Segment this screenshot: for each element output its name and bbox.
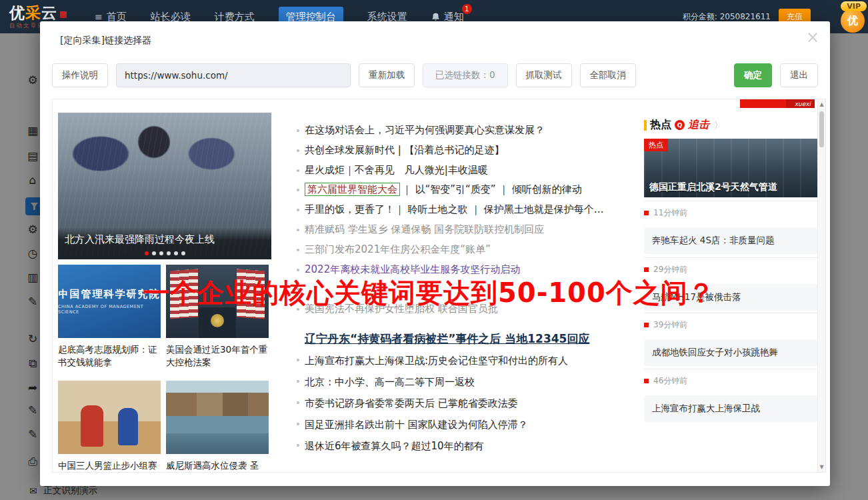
hot-item-link[interactable]: 奔驰车起火 4S店：非质量问题 (644, 227, 819, 254)
hot-list-item: 29分钟前 马航MH17是被俄击落 (644, 257, 819, 311)
notification-badge: 1 (462, 4, 472, 14)
hot-item-time: 29分钟前 (644, 264, 819, 275)
article-thumb[interactable]: 中国三人男篮止步小组赛 (58, 381, 161, 472)
headline-link[interactable]: 手里的饭，更香了！｜ 聆听土地之歌 ｜ 保护黑土地就是保护每个… (295, 200, 679, 220)
headline-link[interactable]: 在这场对话会上，习近平为何强调要真心实意谋发展？ (295, 121, 679, 141)
us-congress-photo (166, 265, 269, 338)
bell-icon (431, 13, 440, 21)
exit-button[interactable]: 退出 (780, 63, 818, 87)
yellow-bar-icon (644, 120, 647, 131)
hot-list-item: 46分钟前 上海宣布打赢大上海保卫战 (644, 369, 819, 422)
article-thumb[interactable]: 美国会通过近30年首个重大控枪法案 (166, 265, 269, 369)
cancel-all-button[interactable]: 全部取消 (580, 63, 636, 87)
scroll-down-icon[interactable]: ▼ (818, 464, 825, 470)
vip-badge: VIP (841, 1, 867, 11)
academy-title: 中国管理科学研究院 (59, 288, 161, 301)
hot-list-item: 39分钟前 成都地铁回应女子对小孩跳艳舞 (644, 313, 819, 366)
hot-item-link[interactable]: 成都地铁回应女子对小孩跳艳舞 (644, 339, 819, 366)
grab-test-button[interactable]: 抓取测试 (516, 63, 572, 87)
logo-seal-icon (60, 11, 67, 18)
headline-list: 在这场对话会上，习近平为何强调要真心实意谋发展？ 共创全球发展新时代 | 【沿着… (295, 121, 679, 457)
hot-badge: 热点 (644, 139, 668, 151)
headline-link[interactable]: 共创全球发展新时代 | 【沿着总书记的足迹】 (295, 141, 679, 161)
carousel-dot[interactable] (174, 251, 178, 255)
hot-item-link[interactable]: 上海宣布打赢大上海保卫战 (644, 395, 819, 422)
page-preview-frame: xuexi 北方入汛来最强降雨过程今夜上线 中国管理科学研究院 CHINA (52, 99, 826, 473)
carousel-main-image[interactable]: 北方入汛来最强降雨过程今夜上线 (58, 113, 271, 259)
headline-link[interactable]: 精准赋码 学生返乡 保通保畅 国务院联防联控机制回应 (295, 220, 679, 240)
headline-link-selected[interactable]: 第六届世界智能大会｜ 以“智变”引“质变” ｜ 倾听创新的律动 (295, 180, 679, 200)
thumb-caption[interactable]: 起底高考志愿规划师：证书交钱就能拿 (58, 343, 161, 369)
headline-link[interactable]: 退休近6年被查算久吗？超过10年的都有 (295, 435, 679, 457)
hot-item-link[interactable]: 马航MH17是被俄击落 (644, 284, 819, 311)
headline-link[interactable]: 上海宣布打赢大上海保卫战:历史会记住坚守和付出的所有人 (295, 350, 679, 371)
reload-button[interactable]: 重新加载 (359, 63, 415, 87)
hot-panel-header[interactable]: 热点 Q 追击 〉 (644, 118, 723, 132)
credit-amount: 积分金额: 2050821611 (683, 11, 771, 23)
hot-featured-article[interactable]: 热点 德国正重启北溪2号天然气管道 (644, 139, 819, 197)
headline-link[interactable]: 美国宪法不再保护女性堕胎权 联合国官员批 (295, 299, 679, 319)
headline-link[interactable]: 三部门发布2021年住房公积金年度“账单” (295, 240, 679, 260)
headline-link[interactable]: 星火成炬｜不舍再见 凡人微光|丰收温暖 (295, 161, 679, 181)
menu-icon: ≡ (95, 11, 103, 22)
podium-shape (199, 307, 236, 338)
basketball-photo (58, 381, 161, 454)
headline-link-obscured[interactable] (295, 279, 679, 299)
hot-item-time: 39分钟前 (644, 319, 819, 331)
carousel-dot[interactable] (167, 251, 171, 255)
hot-item-time: 46分钟前 (644, 375, 819, 387)
headline-link[interactable]: 2022年离校未就业高校毕业生服务攻坚行动启动 (295, 260, 679, 280)
chevron-right-icon: 〉 (714, 119, 723, 131)
help-button[interactable]: 操作说明 (52, 63, 108, 87)
close-icon[interactable]: × (806, 29, 819, 45)
hot-list-item: 11分钟前 奔驰车起火 4S店：非质量问题 (644, 201, 819, 254)
logo-text: 优采云 (9, 5, 67, 21)
academy-subtitle: CHINA ACADEMY OF MANAGEMENT SCIENCE (58, 304, 161, 315)
carousel-dot[interactable] (145, 251, 149, 255)
url-input[interactable] (116, 63, 351, 87)
carousel-dot[interactable] (181, 251, 185, 255)
headline-link[interactable]: 北京：中小学、高一高二等下周一返校 (295, 371, 679, 393)
scroll-up-icon[interactable]: ▲ (818, 101, 825, 107)
hot-target-icon: Q (675, 120, 685, 130)
preview-scrollbar[interactable]: ▲ ▼ (817, 99, 825, 472)
article-thumb[interactable]: 威尼斯遇高水位侵袭 圣 (166, 381, 269, 472)
thumb-caption[interactable]: 美国会通过近30年首个重大控枪法案 (166, 343, 269, 369)
venice-flood-photo (166, 381, 269, 454)
thumb-caption[interactable]: 中国三人男篮止步小组赛 (58, 459, 161, 472)
carousel-dot[interactable] (152, 251, 156, 255)
selected-link-box[interactable]: 第六届世界智能大会 (305, 183, 400, 196)
featured-caption: 德国正重启北溪2号天然气管道 (649, 181, 815, 193)
thumb-caption[interactable]: 威尼斯遇高水位侵袭 圣 (166, 459, 269, 472)
confirm-button[interactable]: 确定 (734, 63, 772, 87)
avatar[interactable]: 优 (841, 9, 865, 33)
link-selector-dialog: [定向采集]链接选择器 × 操作说明 重新加载 已选链接数：0 抓取测试 全部取… (40, 21, 830, 486)
academy-photo: 中国管理科学研究院 CHINA ACADEMY OF MANAGEMENT SC… (58, 265, 161, 338)
headline-link[interactable]: 国足亚洲排名跌出前十 国家队建设为何陷入停滞？ (295, 414, 679, 435)
article-thumb[interactable]: 中国管理科学研究院 CHINA ACADEMY OF MANAGEMENT SC… (58, 265, 161, 369)
hot-item-time: 11分钟前 (644, 207, 819, 219)
dialog-title: [定向采集]链接选择器 (60, 35, 151, 47)
carousel-dots[interactable] (58, 251, 271, 255)
headline-link[interactable]: 市委书记跻身省委常委两天后 已掌舵省委政法委 (295, 393, 679, 414)
carousel-dot[interactable] (159, 251, 163, 255)
carousel-caption: 北方入汛来最强降雨过程今夜上线 (58, 227, 271, 259)
dialog-toolbar: 操作说明 重新加载 已选链接数：0 抓取测试 全部取消 确定 退出 (52, 63, 818, 87)
headline-link-featured[interactable]: 辽宁丹东“持黄码者看病被拦”事件之后 当地12345回应 (295, 327, 679, 350)
selected-links-count: 已选链接数：0 (423, 63, 508, 87)
scrollbar-thumb[interactable] (819, 111, 824, 147)
partial-ad-banner[interactable]: xuexi (740, 99, 815, 108)
